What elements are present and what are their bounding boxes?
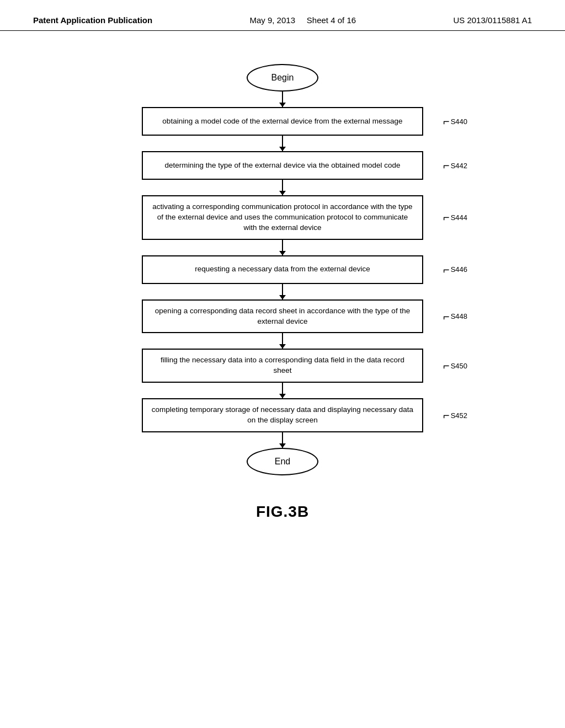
step-s448-box: opening a corresponding data record shee… — [142, 299, 423, 334]
step-s442: determining the type of the external dev… — [142, 151, 423, 180]
header-publication: Patent Application Publication — [33, 15, 152, 25]
step-s444-label: ⌐ S444 — [443, 212, 467, 223]
step-s444-box: activating a corresponding communication… — [142, 195, 423, 240]
arrow-connector — [282, 432, 283, 448]
arrow-connector — [282, 180, 283, 195]
step-s440-box: obtaining a model code of the external d… — [142, 107, 423, 136]
header-date-sheet: May 9, 2013 Sheet 4 of 16 — [249, 15, 356, 25]
step-s448: opening a corresponding data record shee… — [142, 299, 423, 334]
arrow-3 — [0, 240, 565, 255]
step-s450-box: filling the necessary data into a corres… — [142, 349, 423, 383]
begin-node: Begin — [247, 64, 318, 92]
arrow-5 — [0, 333, 565, 349]
step-s440-label: ⌐ S440 — [443, 116, 467, 127]
arrow-connector — [282, 333, 283, 349]
begin-oval: Begin — [247, 64, 318, 92]
step-s446: requesting a necessary data from the ext… — [142, 255, 423, 284]
end-node: End — [247, 448, 318, 475]
arrow-connector — [282, 92, 283, 107]
arrow-6 — [0, 383, 565, 398]
step-s452-box: completing temporary storage of necessar… — [142, 398, 423, 432]
arrow-4 — [0, 284, 565, 299]
figure-label: FIG.3B — [0, 503, 565, 521]
page-header: Patent Application Publication May 9, 20… — [0, 0, 565, 31]
flowchart-container: Begin obtaining a model code of the exte… — [0, 31, 565, 475]
step-s450-label: ⌐ S450 — [443, 360, 467, 371]
step-s442-label: ⌐ S442 — [443, 160, 467, 171]
header-patent-number: US 2013/0115881 A1 — [453, 15, 532, 25]
arrow-connector — [282, 284, 283, 299]
arrow-2 — [0, 180, 565, 195]
step-s442-box: determining the type of the external dev… — [142, 151, 423, 180]
step-s440: obtaining a model code of the external d… — [142, 107, 423, 136]
end-oval: End — [247, 448, 318, 475]
step-s452-label: ⌐ S452 — [443, 410, 467, 421]
step-s446-label: ⌐ S446 — [443, 264, 467, 275]
arrow-0 — [0, 92, 565, 107]
arrow-7 — [0, 432, 565, 448]
arrow-connector — [282, 136, 283, 151]
arrow-connector — [282, 240, 283, 255]
step-s452: completing temporary storage of necessar… — [142, 398, 423, 432]
step-s450: filling the necessary data into a corres… — [142, 349, 423, 383]
step-s444: activating a corresponding communication… — [142, 195, 423, 240]
arrow-1 — [0, 136, 565, 151]
step-s446-box: requesting a necessary data from the ext… — [142, 255, 423, 284]
arrow-connector — [282, 383, 283, 398]
step-s448-label: ⌐ S448 — [443, 311, 467, 322]
